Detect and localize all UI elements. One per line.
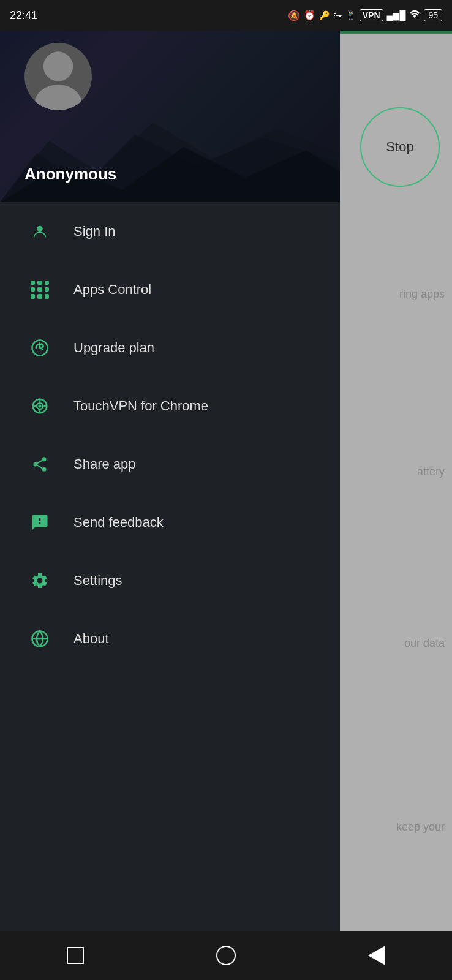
stop-button[interactable]: Stop bbox=[360, 107, 440, 187]
menu-label-about: About bbox=[73, 631, 109, 647]
svg-point-15 bbox=[39, 405, 41, 407]
signal-icon: ▄▆█ bbox=[387, 10, 406, 20]
svg-point-11 bbox=[37, 225, 42, 231]
status-bar: 22:41 🔕 ⏰ 🔑 🗝 📱 VPN ▄▆█ 95 bbox=[0, 0, 452, 31]
home-icon bbox=[216, 946, 236, 965]
recents-icon bbox=[67, 947, 84, 964]
back-icon bbox=[368, 946, 385, 965]
menu-label-settings: Settings bbox=[73, 573, 122, 589]
menu-item-send-feedback[interactable]: Send feedback bbox=[0, 493, 340, 551]
menu-item-share-app[interactable]: Share app bbox=[0, 435, 340, 493]
stop-label: Stop bbox=[386, 139, 413, 155]
menu-label-send-feedback: Send feedback bbox=[73, 514, 164, 530]
feedback-icon bbox=[24, 507, 55, 538]
nav-recents-button[interactable] bbox=[60, 940, 91, 971]
grid-icon bbox=[24, 274, 55, 305]
battery-badge: 95 bbox=[424, 9, 442, 21]
gear-icon bbox=[24, 565, 55, 596]
shield-target-icon bbox=[24, 391, 55, 421]
menu-item-sign-in[interactable]: Sign In bbox=[0, 202, 340, 260]
wifi-icon bbox=[409, 10, 420, 21]
svg-point-9 bbox=[43, 51, 73, 81]
share-icon bbox=[24, 449, 55, 480]
bg-text-keep-your: keep your bbox=[396, 821, 445, 834]
svg-point-5 bbox=[414, 17, 415, 18]
refresh-circle-icon bbox=[24, 333, 55, 363]
menu-label-apps-control: Apps Control bbox=[73, 282, 151, 298]
menu-label-share-app: Share app bbox=[73, 456, 136, 472]
vpn-badge: VPN bbox=[360, 9, 383, 21]
person-icon bbox=[24, 216, 55, 247]
phone-icon: 📱 bbox=[345, 10, 356, 20]
drawer-menu: Sign In Apps Control bbox=[0, 202, 340, 980]
key-icon-2: 🗝 bbox=[333, 10, 342, 20]
alarm-icon: ⏰ bbox=[304, 10, 315, 21]
globe-icon bbox=[24, 624, 55, 654]
status-time: 22:41 bbox=[10, 9, 37, 22]
nav-back-button[interactable] bbox=[361, 940, 392, 971]
menu-item-about[interactable]: About bbox=[0, 609, 340, 668]
menu-item-apps-control[interactable]: Apps Control bbox=[0, 260, 340, 318]
username-label: Anonymous bbox=[24, 165, 116, 184]
bg-text-ring-apps: ring apps bbox=[399, 288, 445, 301]
mute-icon: 🔕 bbox=[288, 10, 300, 21]
bottom-navigation bbox=[0, 931, 452, 980]
navigation-drawer: Anonymous Sign In Apps Control bbox=[0, 0, 340, 980]
menu-item-settings[interactable]: Settings bbox=[0, 551, 340, 609]
status-icons: 🔕 ⏰ 🔑 🗝 📱 VPN ▄▆█ 95 bbox=[288, 9, 442, 21]
menu-label-touchvpn-chrome: TouchVPN for Chrome bbox=[73, 398, 208, 414]
key-icon-1: 🔑 bbox=[319, 10, 330, 20]
bg-text-battery: attery bbox=[417, 466, 445, 478]
nav-home-button[interactable] bbox=[211, 940, 241, 971]
menu-item-touchvpn-chrome[interactable]: TouchVPN for Chrome bbox=[0, 377, 340, 435]
menu-item-upgrade-plan[interactable]: Upgrade plan bbox=[0, 318, 340, 377]
avatar bbox=[24, 43, 92, 110]
menu-label-upgrade-plan: Upgrade plan bbox=[73, 340, 154, 356]
menu-label-sign-in: Sign In bbox=[73, 224, 116, 239]
bg-text-our-data: our data bbox=[404, 637, 445, 650]
